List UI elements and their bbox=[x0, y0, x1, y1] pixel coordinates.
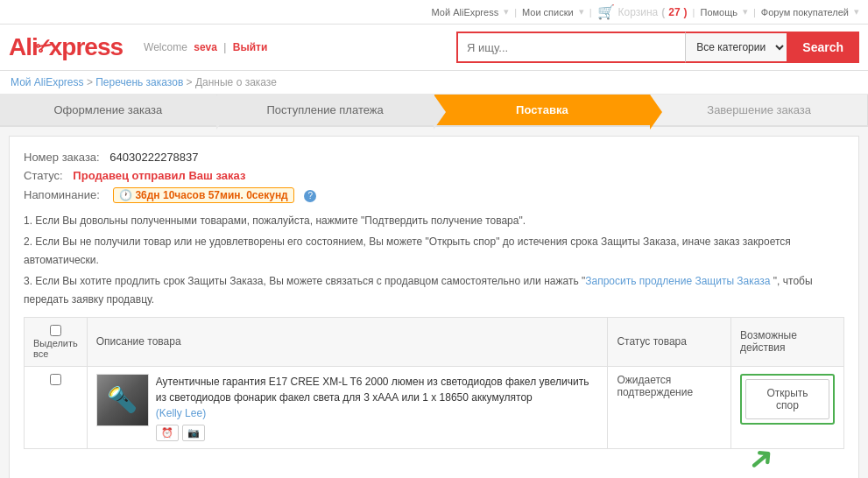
search-area: Все категории Search bbox=[456, 32, 859, 63]
welcome-label: Welcome bbox=[144, 41, 187, 53]
flashlight-icon: 🔦 bbox=[107, 385, 138, 414]
step-delivery: Поставка bbox=[434, 95, 652, 125]
nav-sep-2: | bbox=[514, 7, 517, 18]
instructions: 1. Если Вы довольны полученными товарами… bbox=[24, 212, 844, 308]
seller-name-text: Kelly Lee bbox=[159, 407, 202, 419]
timer-badge: 🕐 36дн 10часов 57мин. 0секунд bbox=[113, 187, 293, 203]
step-3-label: Поставка bbox=[516, 103, 568, 116]
my-ali-link[interactable]: Мой AliExpress bbox=[432, 7, 499, 18]
instruction-3-text: 3. Если Вы хотите продлить срок Защиты З… bbox=[24, 275, 585, 287]
search-button[interactable]: Search bbox=[787, 32, 859, 63]
order-table: Выделить все Описание товара Статус това… bbox=[24, 317, 844, 449]
select-all-label: Выделить все bbox=[33, 338, 78, 359]
alarm-icon-button[interactable]: ⏰ bbox=[156, 425, 179, 441]
green-arrow-icon: ➜ bbox=[739, 436, 783, 478]
nav-sep-6: ▾ bbox=[743, 6, 748, 18]
arrow-container: ➜ bbox=[24, 440, 844, 477]
table-row: 🔦 Аутентичные гарантия E17 CREE XM-L T6 … bbox=[25, 366, 844, 448]
product-name: Аутентичные гарантия E17 CREE XM-L T6 20… bbox=[156, 376, 589, 404]
breadcrumb-sep1: > bbox=[87, 76, 95, 88]
logout-link[interactable]: Выйти bbox=[233, 41, 268, 53]
th-description: Описание товара bbox=[87, 317, 608, 366]
reminder-label: Напоминание: bbox=[24, 188, 100, 201]
product-image: 🔦 bbox=[96, 374, 149, 426]
row-product-cell: 🔦 Аутентичные гарантия E17 CREE XM-L T6 … bbox=[87, 366, 608, 448]
info-icon[interactable]: ? bbox=[304, 190, 316, 202]
progress-bar: Оформление заказа Поступление платежа По… bbox=[0, 95, 868, 127]
open-dispute-button[interactable]: Открыть спор bbox=[745, 379, 829, 419]
step-2-label: Поступление платежа bbox=[267, 103, 384, 116]
order-number-value: 64030222278837 bbox=[109, 151, 198, 164]
my-lists-link[interactable]: Мои списки bbox=[522, 7, 574, 18]
select-all-col: Выделить все bbox=[33, 325, 78, 359]
breadcrumb: Мой AliExpress > Перечень заказов > Данн… bbox=[0, 71, 868, 95]
forum-link[interactable]: Форум покупателей bbox=[761, 7, 849, 18]
seller-close: ) bbox=[202, 407, 206, 419]
step-payment: Поступление платежа bbox=[217, 95, 434, 125]
breadcrumb-current: Данные о заказе bbox=[195, 76, 277, 88]
order-number-label: Номер заказа: bbox=[24, 151, 100, 164]
order-number-row: Номер заказа: 64030222278837 bbox=[24, 151, 844, 164]
step-order-placement: Оформление заказа bbox=[0, 95, 217, 125]
row-checkbox-cell bbox=[25, 366, 88, 448]
nav-sep-3: ▾ bbox=[579, 6, 584, 18]
cart-button[interactable]: 🛒 Корзина (27) bbox=[597, 4, 688, 20]
reminder-text: 🕐 36дн 10часов 57мин. 0секунд ? bbox=[109, 188, 316, 201]
step-3-arrow bbox=[650, 95, 662, 130]
help-link[interactable]: Помощь bbox=[700, 7, 737, 18]
order-content: Номер заказа: 64030222278837 Статус: Про… bbox=[9, 136, 859, 478]
username-link[interactable]: seva bbox=[194, 41, 217, 53]
instruction-1: 1. Если Вы довольны полученными товарами… bbox=[24, 212, 844, 229]
camera-icon-button[interactable]: 📷 bbox=[182, 425, 205, 441]
order-info: Номер заказа: 64030222278837 Статус: Про… bbox=[24, 151, 844, 203]
nav-sep-8: ▾ bbox=[854, 6, 859, 18]
instruction-3: 3. Если Вы хотите продлить срок Защиты З… bbox=[24, 272, 844, 308]
search-input[interactable] bbox=[456, 32, 685, 63]
timer-value: 36дн 10часов 57мин. 0секунд bbox=[135, 189, 287, 201]
nav-sep-7: | bbox=[753, 7, 756, 18]
row-checkbox[interactable] bbox=[50, 374, 61, 385]
product-description: Аутентичные гарантия E17 CREE XM-L T6 20… bbox=[156, 374, 599, 441]
row-actions-cell: Открыть спор bbox=[731, 366, 844, 448]
row-status-cell: Ожидается подтверждение bbox=[608, 366, 731, 448]
th-actions: Возможные действия bbox=[731, 317, 844, 366]
cart-count: ( bbox=[661, 6, 665, 18]
dispute-btn-highlight: Открыть спор bbox=[740, 374, 835, 425]
top-nav: Мой AliExpress ▾ | Мои списки ▾ | 🛒 Корз… bbox=[0, 0, 868, 25]
main-header: Ali✂xpress Welcome seva | Выйти Все кате… bbox=[0, 25, 868, 71]
breadcrumb-myali[interactable]: Мой AliExpress bbox=[11, 76, 84, 88]
cart-count-close: ) bbox=[684, 6, 688, 18]
cart-label: Корзина bbox=[618, 6, 659, 18]
logo: Ali✂xpress bbox=[9, 33, 123, 61]
reminder-row: Напоминание: 🕐 36дн 10часов 57мин. 0секу… bbox=[24, 187, 844, 203]
divider: | bbox=[223, 41, 229, 53]
nav-sep-5: | bbox=[693, 7, 695, 18]
select-all-checkbox[interactable] bbox=[50, 325, 61, 336]
step-4-label: Завершение заказа bbox=[707, 103, 811, 116]
extend-protection-link[interactable]: Запросить продление Защиты Заказа bbox=[585, 275, 770, 287]
cart-icon: 🛒 bbox=[597, 4, 615, 20]
breadcrumb-sep2: > bbox=[187, 76, 195, 88]
clock-icon: 🕐 bbox=[119, 189, 132, 201]
logo-ali: Ali bbox=[9, 33, 38, 61]
order-status-row: Статус: Продавец отправил Ваш заказ bbox=[24, 169, 844, 182]
product-cell: 🔦 Аутентичные гарантия E17 CREE XM-L T6 … bbox=[96, 374, 599, 441]
category-select[interactable]: Все категории bbox=[685, 32, 787, 63]
product-status: Ожидается подтверждение bbox=[617, 374, 693, 398]
step-1-arrow bbox=[216, 95, 229, 130]
th-status: Статус товара bbox=[608, 317, 731, 366]
nav-sep-4: | bbox=[589, 7, 592, 18]
step-2-arrow bbox=[434, 95, 446, 130]
status-label: Статус: bbox=[24, 169, 63, 182]
step-completion: Завершение заказа bbox=[651, 95, 868, 125]
nav-sep-1: ▾ bbox=[504, 6, 509, 18]
status-value: Продавец отправил Ваш заказ bbox=[73, 169, 245, 182]
logo-express: xpress bbox=[49, 33, 123, 61]
cart-count-num: 27 bbox=[668, 6, 680, 18]
step-1-label: Оформление заказа bbox=[54, 103, 163, 116]
instruction-2: 2. Если Вы не получили товар или не удов… bbox=[24, 233, 844, 269]
breadcrumb-orderlist[interactable]: Перечень заказов bbox=[95, 76, 183, 88]
product-icons: ⏰ 📷 bbox=[156, 425, 599, 441]
welcome-text: Welcome seva | Выйти bbox=[140, 41, 267, 53]
top-nav-links: Мой AliExpress ▾ | Мои списки ▾ | 🛒 Корз… bbox=[432, 4, 859, 20]
